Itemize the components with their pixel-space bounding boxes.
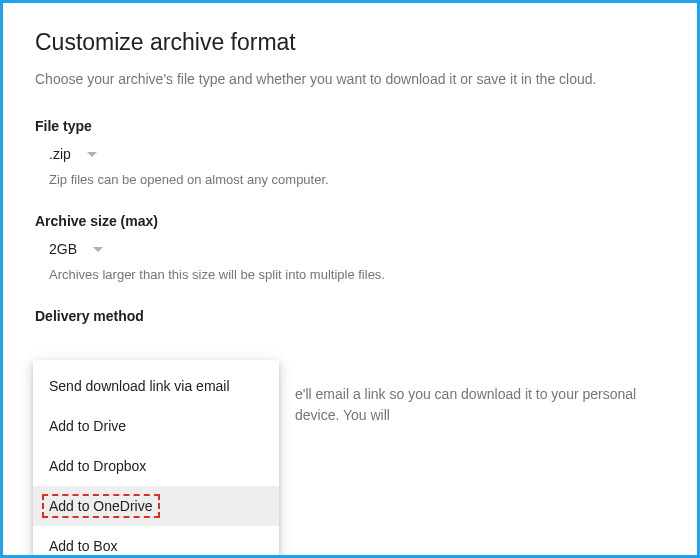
- delivery-helper-text: e'll email a link so you can download it…: [295, 384, 665, 426]
- archive-size-dropdown[interactable]: 2GB: [35, 241, 665, 257]
- archive-size-value: 2GB: [49, 241, 77, 257]
- file-type-dropdown[interactable]: .zip: [35, 146, 665, 162]
- page-subtitle: Choose your archive's file type and whet…: [35, 70, 665, 90]
- menu-item-add-to-drive[interactable]: Add to Drive: [33, 406, 279, 446]
- menu-item-add-to-box[interactable]: Add to Box: [33, 526, 279, 558]
- delivery-method-menu[interactable]: Send download link via email Add to Driv…: [33, 360, 279, 558]
- file-type-label: File type: [35, 118, 665, 134]
- file-type-value: .zip: [49, 146, 71, 162]
- content-area: Customize archive format Choose your arc…: [3, 3, 697, 324]
- file-type-helper: Zip files can be opened on almost any co…: [35, 172, 665, 187]
- delivery-method-label: Delivery method: [35, 308, 665, 324]
- archive-size-helper: Archives larger than this size will be s…: [35, 267, 665, 282]
- highlight-annotation: Add to OneDrive: [42, 494, 160, 518]
- chevron-down-icon: [93, 247, 103, 252]
- chevron-down-icon: [87, 152, 97, 157]
- page-title: Customize archive format: [35, 29, 665, 56]
- app-frame: Customize archive format Choose your arc…: [0, 0, 700, 558]
- menu-item-label: Add to OneDrive: [49, 498, 153, 514]
- menu-item-email-link[interactable]: Send download link via email: [33, 366, 279, 406]
- archive-size-label: Archive size (max): [35, 213, 665, 229]
- menu-item-add-to-dropbox[interactable]: Add to Dropbox: [33, 446, 279, 486]
- menu-item-add-to-onedrive[interactable]: Add to OneDrive: [33, 486, 279, 526]
